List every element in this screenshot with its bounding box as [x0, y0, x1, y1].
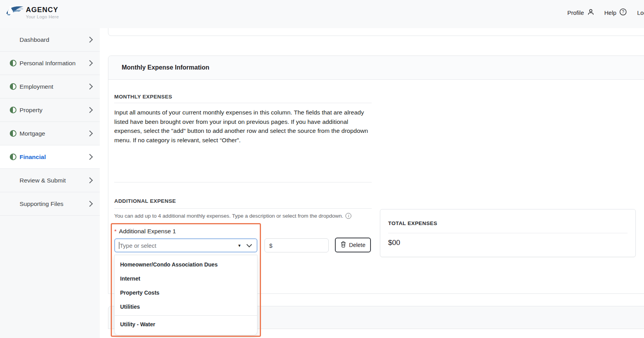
chevron-right-icon: [87, 107, 93, 113]
dropdown-option-utility-water[interactable]: Utility - Water: [115, 316, 257, 333]
header-actions: Profile Help ? Log Out: [567, 8, 644, 17]
sidebar-item-mortgage[interactable]: Mortgage: [0, 122, 100, 145]
expense-combobox-input[interactable]: Type or select ▼: [114, 238, 257, 252]
dropdown-caret-icon[interactable]: ▼: [237, 243, 241, 248]
chevron-right-icon: [87, 177, 93, 183]
person-icon: [587, 9, 594, 17]
sidebar-item-label: Supporting Files: [20, 200, 63, 207]
app-screen: AGENCY Your Logo Here Profile Help: [0, 0, 644, 338]
chevron-right-icon: [87, 36, 93, 43]
top-header: AGENCY Your Logo Here Profile Help: [0, 0, 644, 28]
logout-button[interactable]: Log Out: [637, 9, 644, 17]
sidebar-item-label: Financial: [20, 154, 46, 161]
dropdown-option-hoa-dues[interactable]: Homeowner/Condo Association Dues: [115, 258, 257, 272]
sidebar-item-review-submit[interactable]: Review & Submit: [0, 169, 100, 192]
chevron-right-icon: [87, 200, 93, 207]
sidebar-item-label: Review & Submit: [20, 177, 66, 184]
section-divider: [114, 208, 372, 209]
dropdown-option-property-costs[interactable]: Property Costs: [115, 286, 257, 300]
currency-prefix: $: [269, 242, 272, 249]
chevron-right-icon: [87, 83, 93, 89]
svg-text:?: ?: [622, 9, 624, 14]
expense-dropdown-menu: Homeowner/Condo Association Dues Interne…: [114, 255, 257, 335]
dropdown-option-internet[interactable]: Internet: [115, 272, 257, 286]
chevron-right-icon: [87, 154, 93, 160]
total-expenses-divider: [388, 233, 628, 233]
agency-logo[interactable]: AGENCY Your Logo Here: [5, 4, 59, 21]
help-button[interactable]: Help ?: [604, 8, 627, 17]
sidebar-item-dashboard[interactable]: Dashboard: [0, 28, 100, 52]
expense-amount-input[interactable]: $: [264, 238, 329, 252]
progress-status-icon: [10, 154, 16, 160]
combobox-placeholder: Type or select: [120, 242, 156, 249]
total-expenses-heading: TOTAL EXPENSES: [388, 220, 437, 226]
progress-status-icon: [10, 130, 16, 137]
sidebar-item-property[interactable]: Property: [0, 98, 100, 122]
profile-button[interactable]: Profile: [567, 9, 594, 17]
monthly-expenses-description: Input all amounts of your current monthl…: [114, 108, 373, 145]
sidebar-item-financial[interactable]: Financial: [0, 145, 100, 169]
progress-status-icon: [10, 60, 16, 66]
field-label-text: Additional Expense 1: [119, 228, 176, 234]
additional-expense-label: *Additional Expense 1: [114, 228, 176, 235]
card-header: Monthly Expense Information: [108, 56, 644, 80]
progress-status-icon: [10, 83, 16, 90]
additional-expense-hint: You can add up to 4 additional monthly e…: [114, 213, 351, 219]
chevron-right-icon: [87, 60, 93, 66]
logout-label: Log Out: [637, 9, 644, 16]
chevron-down-icon[interactable]: [246, 242, 252, 247]
dropdown-option-utilities[interactable]: Utilities: [115, 300, 257, 314]
monthly-expenses-heading: MONTHLY EXPENSES: [114, 94, 172, 100]
sidebar-item-label: Property: [20, 107, 43, 114]
chevron-right-icon: [87, 130, 93, 136]
sidebar-item-label: Dashboard: [20, 36, 49, 43]
section-divider: [114, 103, 372, 103]
sidebar-item-supporting-files[interactable]: Supporting Files: [0, 192, 100, 216]
info-icon[interactable]: i: [345, 213, 351, 219]
sidebar-item-label: Employment: [20, 83, 53, 90]
additional-expense-heading: ADDITIONAL EXPENSE: [114, 198, 176, 204]
delete-expense-button[interactable]: Delete: [335, 238, 371, 252]
delete-label: Delete: [349, 242, 365, 248]
trash-icon: [340, 241, 346, 249]
total-expenses-value: $00: [388, 238, 400, 247]
logo-subtitle: Your Logo Here: [26, 14, 59, 19]
sidebar-nav: Dashboard Personal Information Employmen…: [0, 28, 100, 338]
agency-logo-icon: [5, 4, 24, 21]
total-expenses-card: TOTAL EXPENSES $00: [380, 209, 636, 257]
sidebar-item-employment[interactable]: Employment: [0, 75, 100, 98]
sidebar-item-label: Personal Information: [20, 60, 76, 67]
profile-label: Profile: [567, 9, 584, 16]
hint-text: You can add up to 4 additional monthly e…: [114, 213, 343, 219]
logo-title: AGENCY: [26, 6, 59, 14]
card-title: Monthly Expense Information: [122, 64, 209, 71]
sidebar-item-personal-information[interactable]: Personal Information: [0, 52, 100, 75]
section-divider: [114, 182, 372, 182]
text-cursor: [119, 242, 119, 249]
help-icon: ?: [619, 8, 627, 17]
required-asterisk: *: [114, 228, 117, 234]
progress-status-icon: [10, 107, 16, 113]
sidebar-item-label: Mortgage: [20, 130, 45, 137]
help-label: Help: [604, 9, 617, 16]
